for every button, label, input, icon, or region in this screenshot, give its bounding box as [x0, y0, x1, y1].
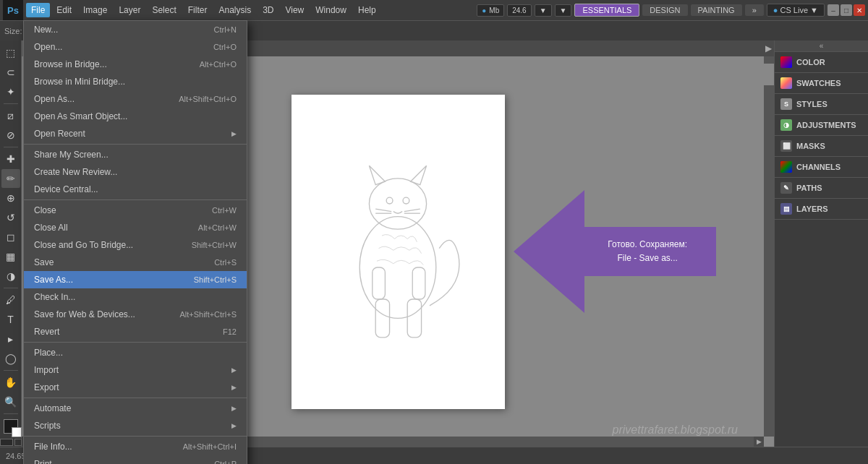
panel-section-masks: ⬜ MASKS [775, 136, 868, 157]
menu-item-save-shortcut: Ctrl+S [214, 258, 237, 267]
background-color[interactable] [12, 427, 22, 437]
menu-item-export[interactable]: Export [24, 379, 247, 396]
cs-live[interactable]: ● CS Live ▼ [767, 4, 825, 17]
panel-header-masks[interactable]: ⬜ MASKS [775, 136, 868, 156]
tool-zoom[interactable]: 🔍 [1, 392, 20, 411]
right-panel: « COLOR SWATCHES S STYLES ◑ [774, 40, 868, 447]
menu-item-open-recent[interactable]: Open Recent [24, 125, 247, 142]
menu-item-device-central[interactable]: Device Central... [24, 181, 247, 198]
channels-icon [780, 161, 792, 173]
menu-item-open-as[interactable]: Open As... Alt+Shift+Ctrl+O [24, 90, 247, 108]
menu-item-device-central-label: Device Central... [34, 184, 98, 194]
cs-live-label: CS Live [780, 6, 809, 14]
panel-header-paths[interactable]: ✎ PATHS [775, 178, 868, 198]
menu-item-save-as[interactable]: Save As... Shift+Ctrl+S [24, 271, 247, 288]
menu-item-scripts[interactable]: Scripts [24, 417, 247, 434]
workspace-design[interactable]: DESIGN [642, 4, 687, 16]
panel-header-channels[interactable]: CHANNELS [775, 157, 868, 177]
menu-item-close[interactable]: Close Ctrl+W [24, 202, 247, 219]
window-close[interactable]: ✕ [854, 4, 865, 16]
mode-quick-mask[interactable] [14, 439, 22, 446]
arrow-container: Готово. Сохраняем: File - Save as... [514, 190, 716, 313]
menu-window[interactable]: Window [310, 3, 352, 17]
tool-type[interactable]: T [1, 310, 20, 329]
tool-hand[interactable]: ✋ [1, 373, 20, 392]
size-indicator: 24.6 [507, 4, 531, 17]
menu-item-import[interactable]: Import [24, 361, 247, 379]
tool-brush[interactable]: ✏ [1, 169, 20, 188]
tool-dodge[interactable]: ◑ [1, 267, 20, 285]
menu-item-print[interactable]: Print... Ctrl+P [24, 455, 247, 464]
workspace-painting[interactable]: PAINTING [691, 4, 742, 16]
scroll-tabs-right[interactable]: ▶ [762, 40, 774, 56]
menu-file[interactable]: File [26, 3, 50, 17]
workspace-more[interactable]: » [745, 4, 764, 16]
panel-section-styles: S STYLES [775, 94, 868, 115]
mode-normal[interactable] [0, 439, 13, 446]
panel-header-swatches[interactable]: SWATCHES [775, 73, 868, 93]
menu-analysis[interactable]: Analysis [213, 3, 256, 17]
panel-header-styles[interactable]: S STYLES [775, 94, 868, 114]
mode-indicator: ▼ [535, 4, 552, 17]
menu-item-file-info-label: File Info... [34, 442, 72, 452]
menu-item-file-info[interactable]: File Info... Alt+Shift+Ctrl+I [24, 438, 247, 455]
menu-view[interactable]: View [280, 3, 309, 17]
menu-item-check-in[interactable]: Check In... [24, 288, 247, 306]
masks-label: MASKS [796, 142, 825, 150]
tool-history-brush[interactable]: ↺ [1, 208, 20, 227]
tool-crop[interactable]: ⧄ [1, 106, 20, 125]
menu-item-place[interactable]: Place... [24, 344, 247, 361]
vertical-scrollbar[interactable] [764, 56, 774, 437]
tool-gradient[interactable]: ▦ [1, 247, 20, 266]
menu-item-close-all[interactable]: Close All Alt+Ctrl+W [24, 219, 247, 236]
tool-marquee[interactable]: ⬚ [1, 43, 20, 62]
tool-clone[interactable]: ⊕ [1, 189, 20, 207]
menu-item-place-label: Place... [34, 348, 63, 358]
tool-sep-2 [4, 147, 18, 147]
window-maximize[interactable]: □ [841, 4, 852, 16]
window-minimize[interactable]: – [827, 4, 839, 16]
menu-item-automate[interactable]: Automate [24, 400, 247, 417]
tool-eyedropper[interactable]: ⊘ [1, 126, 20, 145]
menu-item-browse-bridge[interactable]: Browse in Bridge... Alt+Ctrl+O [24, 56, 247, 73]
menu-item-save[interactable]: Save Ctrl+S [24, 254, 247, 271]
menu-item-share-screen[interactable]: Share My Screen... [24, 146, 247, 163]
menu-item-create-review[interactable]: Create New Review... [24, 163, 247, 181]
menu-item-new[interactable]: New... Ctrl+N [24, 21, 247, 38]
foreground-color[interactable] [4, 419, 18, 434]
menu-item-revert[interactable]: Revert F12 [24, 323, 247, 340]
menu-3d[interactable]: 3D [258, 3, 278, 17]
tool-path-select[interactable]: ▸ [1, 330, 20, 348]
menu-item-check-in-label: Check In... [34, 292, 75, 302]
tool-lasso[interactable]: ⊂ [1, 63, 20, 82]
panel-collapse-btn[interactable]: « [775, 40, 868, 52]
menu-item-open-smart[interactable]: Open As Smart Object... [24, 108, 247, 125]
menu-item-print-shortcut: Ctrl+P [214, 460, 237, 464]
scroll-right-btn[interactable]: ▶ [754, 437, 764, 447]
panel-header-adjustments[interactable]: ◑ ADJUSTMENTS [775, 115, 868, 135]
tool-magic-wand[interactable]: ✦ [1, 82, 20, 101]
menu-filter[interactable]: Filter [183, 3, 213, 17]
scrollbar-thumb-v[interactable] [764, 64, 774, 85]
tool-shape[interactable]: ◯ [1, 349, 20, 368]
menu-help[interactable]: Help [353, 3, 381, 17]
menu-image[interactable]: Image [78, 3, 112, 17]
menu-select[interactable]: Select [147, 3, 181, 17]
menu-item-open-as-shortcut: Alt+Shift+Ctrl+O [179, 95, 237, 103]
panel-header-color[interactable]: COLOR [775, 52, 868, 72]
tool-pen[interactable]: 🖊 [1, 291, 20, 309]
menu-layer[interactable]: Layer [114, 3, 145, 17]
menu-item-open[interactable]: Open... Ctrl+O [24, 38, 247, 56]
menu-edit[interactable]: Edit [51, 3, 77, 17]
panel-header-layers[interactable]: ▤ LAYERS [775, 199, 868, 219]
tool-eraser[interactable]: ◻ [1, 228, 20, 246]
tool-sep-4 [4, 370, 18, 371]
svg-point-8 [386, 197, 393, 204]
menu-item-mini-bridge[interactable]: Browse in Mini Bridge... [24, 73, 247, 90]
adjustments-icon: ◑ [780, 119, 792, 131]
workspace-essentials[interactable]: ESSENTIALS [574, 4, 639, 17]
sep-2 [24, 199, 247, 200]
tool-heal[interactable]: ✚ [1, 150, 20, 168]
menu-item-save-web[interactable]: Save for Web & Devices... Alt+Shift+Ctrl… [24, 306, 247, 323]
menu-item-close-bridge[interactable]: Close and Go To Bridge... Shift+Ctrl+W [24, 236, 247, 254]
